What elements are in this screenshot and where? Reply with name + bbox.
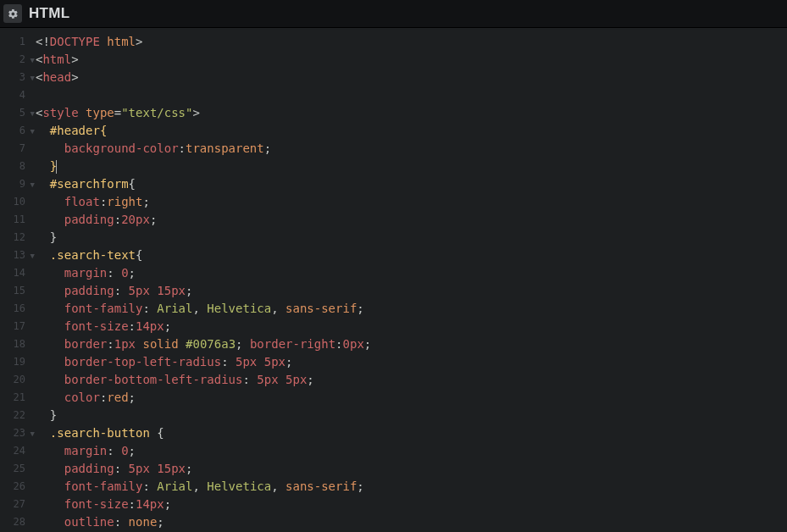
code-token: 15px xyxy=(157,284,186,297)
code-token: color xyxy=(64,391,100,404)
code-token: } xyxy=(50,408,57,422)
code-line[interactable]: color:red; xyxy=(36,389,787,407)
code-token: sans-serif xyxy=(285,479,357,493)
line-number: 17 xyxy=(0,318,30,335)
code-token xyxy=(36,355,64,369)
gear-icon xyxy=(8,8,19,19)
code-token: Helvetica xyxy=(207,479,271,493)
code-token: : xyxy=(114,515,129,529)
code-token xyxy=(36,141,64,155)
code-token xyxy=(36,373,64,386)
code-line[interactable]: <style type="text/css"> xyxy=(36,104,787,122)
code-line[interactable]: background-color:transparent; xyxy=(36,140,787,158)
fold-toggle-icon[interactable]: ▼ xyxy=(30,425,35,443)
code-token: .search-button xyxy=(50,426,150,440)
code-token: solid xyxy=(142,337,178,351)
code-line[interactable]: <!DOCTYPE html> xyxy=(36,33,787,51)
code-line[interactable]: outline: none; xyxy=(36,513,787,531)
line-number: 3▼ xyxy=(0,69,30,86)
code-line[interactable]: #header{ xyxy=(36,122,787,140)
fold-toggle-icon[interactable]: ▼ xyxy=(30,69,35,87)
code-line[interactable]: border-top-left-radius: 5px 5px; xyxy=(36,353,787,371)
code-token: 5px xyxy=(236,355,257,369)
code-token: ; xyxy=(129,266,136,280)
code-token: 1px xyxy=(114,337,136,351)
code-token: ; xyxy=(129,391,136,404)
code-token: 14px xyxy=(136,497,164,511)
code-token: ; xyxy=(164,497,171,511)
code-line[interactable]: .search-text{ xyxy=(36,247,787,264)
code-line[interactable]: } xyxy=(36,229,787,247)
code-line[interactable]: font-size:14px; xyxy=(36,318,787,335)
code-editor[interactable]: 12▼3▼45▼6▼789▼10111213▼14151617181920212… xyxy=(0,28,787,532)
code-token: border xyxy=(64,337,108,351)
code-token: ; xyxy=(307,373,313,386)
line-number: 2▼ xyxy=(0,51,30,69)
code-line[interactable]: font-family: Arial, Helvetica, sans-seri… xyxy=(36,300,787,318)
code-token: ; xyxy=(157,515,163,529)
code-line[interactable] xyxy=(36,86,787,104)
code-token: "text/css" xyxy=(121,106,192,119)
code-token: background-color xyxy=(64,141,179,155)
code-line[interactable]: <head> xyxy=(36,69,787,86)
line-number: 4 xyxy=(0,86,30,104)
code-token: 5px xyxy=(285,373,307,386)
code-line[interactable]: font-family: Arial, Helvetica, sans-seri… xyxy=(36,478,787,496)
code-line[interactable]: font-size:14px; xyxy=(36,496,787,513)
code-line[interactable]: padding: 5px 15px; xyxy=(36,460,787,478)
code-token: transparent xyxy=(186,141,264,155)
line-number: 26 xyxy=(0,478,30,496)
code-content[interactable]: <!DOCTYPE html><html><head><style type="… xyxy=(30,28,787,532)
code-token xyxy=(36,213,64,226)
code-token: ; xyxy=(150,213,157,226)
code-line[interactable]: #searchform{ xyxy=(36,175,787,193)
code-line[interactable]: <html> xyxy=(36,51,787,69)
line-number: 28 xyxy=(0,513,30,531)
code-token: type xyxy=(86,106,114,119)
fold-toggle-icon[interactable]: ▼ xyxy=(30,123,35,141)
code-token xyxy=(36,159,50,173)
code-token: : xyxy=(221,355,236,369)
code-token: , xyxy=(271,302,285,315)
code-token: border-top-left-radius xyxy=(64,355,221,369)
line-number: 23▼ xyxy=(0,424,30,442)
code-token: html xyxy=(42,53,71,66)
code-token: outline xyxy=(64,515,114,529)
panel-title: HTML xyxy=(29,5,69,22)
settings-button[interactable] xyxy=(3,4,22,23)
code-token: right xyxy=(107,195,142,208)
code-token: margin xyxy=(64,266,108,280)
code-token: 5px xyxy=(129,284,150,297)
code-line[interactable]: border:1px solid #0076a3; border-right:0… xyxy=(36,335,787,353)
code-token xyxy=(36,408,50,422)
code-line[interactable]: float:right; xyxy=(36,193,787,211)
code-line[interactable]: .search-button { xyxy=(36,424,787,442)
code-token: head xyxy=(42,70,71,84)
code-token: html xyxy=(107,35,136,48)
code-token: : xyxy=(107,337,114,351)
fold-toggle-icon[interactable]: ▼ xyxy=(30,105,35,123)
code-token xyxy=(36,444,64,457)
fold-toggle-icon[interactable]: ▼ xyxy=(30,176,35,194)
line-number: 1 xyxy=(0,33,30,51)
fold-toggle-icon[interactable]: ▼ xyxy=(30,247,35,265)
code-token: { xyxy=(100,124,107,137)
code-token: 20px xyxy=(121,213,150,226)
code-line[interactable]: } xyxy=(36,407,787,424)
code-token: : xyxy=(335,337,342,351)
code-token: padding xyxy=(64,213,114,226)
code-token: padding xyxy=(64,462,114,475)
code-token: ; xyxy=(264,141,271,155)
code-line[interactable]: border-bottom-left-radius: 5px 5px; xyxy=(36,371,787,389)
code-token: 5px xyxy=(129,462,150,475)
code-line[interactable]: padding: 5px 15px; xyxy=(36,282,787,300)
code-line[interactable]: } xyxy=(36,158,787,175)
code-token: ; xyxy=(129,444,136,457)
code-line[interactable]: margin: 0; xyxy=(36,264,787,282)
fold-toggle-icon[interactable]: ▼ xyxy=(30,52,35,69)
code-token: padding xyxy=(64,284,114,297)
code-line[interactable]: margin: 0; xyxy=(36,442,787,460)
code-line[interactable]: padding:20px; xyxy=(36,211,787,229)
code-token: { xyxy=(129,177,136,191)
code-token xyxy=(36,266,64,280)
